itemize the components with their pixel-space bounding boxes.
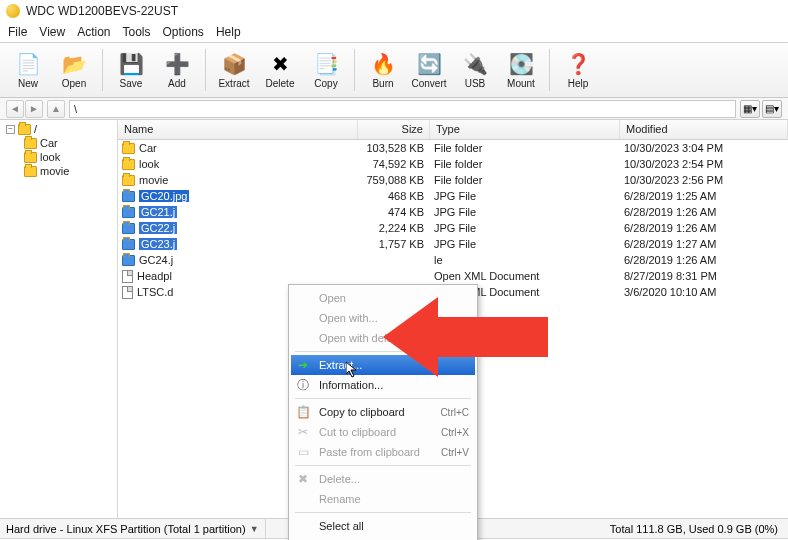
partition-selector[interactable]: Hard drive - Linux XFS Partition (Total … (0, 519, 266, 538)
delete-icon: ✖ (268, 52, 292, 76)
table-row[interactable]: GC22.j2,224 KBJPG File6/28/2019 1:26 AM (118, 220, 788, 236)
col-type[interactable]: Type (430, 120, 620, 139)
ctx-invert-selection[interactable]: Invert selection (291, 536, 475, 540)
titlebar: WDC WD1200BEVS-22UST (0, 0, 788, 22)
col-modified[interactable]: Modified (620, 120, 788, 139)
ctx-extract[interactable]: ➔Extract... (291, 355, 475, 375)
extract-icon: ➔ (295, 358, 311, 372)
toolbar-label: Extract (218, 78, 249, 89)
menu-help[interactable]: Help (216, 25, 241, 39)
table-row[interactable]: GC23.j1,757 KBJPG File6/28/2019 1:27 AM (118, 236, 788, 252)
file-size: 1,757 KB (358, 238, 430, 250)
ctx-open-with[interactable]: Open with... (291, 308, 475, 328)
file-modified: 6/28/2019 1:26 AM (620, 222, 788, 234)
ctx-open[interactable]: Open (291, 288, 475, 308)
delete-button[interactable]: ✖Delete (258, 45, 302, 95)
file-modified: 3/6/2020 10:10 AM (620, 286, 788, 298)
file-modified: 6/28/2019 1:25 AM (620, 190, 788, 202)
ctx-rename[interactable]: Rename (291, 489, 475, 509)
add-icon: ➕ (165, 52, 189, 76)
save-button[interactable]: 💾Save (109, 45, 153, 95)
tree-root[interactable]: − / (0, 122, 117, 136)
table-row[interactable]: HeadplOpen XML Document8/27/2019 8:31 PM (118, 268, 788, 284)
ctx-select-all[interactable]: Select all (291, 516, 475, 536)
capacity-label: Total 111.8 GB, Used 0.9 GB (0%) (600, 523, 788, 535)
copy-button[interactable]: 📑Copy (304, 45, 348, 95)
chevron-down-icon: ▼ (248, 524, 259, 534)
menu-options[interactable]: Options (163, 25, 204, 39)
open-button[interactable]: 📂Open (52, 45, 96, 95)
tree-item-look[interactable]: look (0, 150, 117, 164)
paste-icon: ▭ (295, 445, 311, 459)
view-option-button[interactable]: ▤▾ (762, 100, 782, 118)
convert-button[interactable]: 🔄Convert (407, 45, 451, 95)
ctx-delete[interactable]: ✖Delete... (291, 469, 475, 489)
menu-file[interactable]: File (8, 25, 27, 39)
file-list[interactable]: Name Size Type Modified Car103,528 KBFil… (118, 120, 788, 518)
table-row[interactable]: look74,592 KBFile folder10/30/2023 2:54 … (118, 156, 788, 172)
file-modified: 10/30/2023 3:04 PM (620, 142, 788, 154)
tree-item-movie[interactable]: movie (0, 164, 117, 178)
forward-button[interactable]: ► (25, 100, 43, 118)
help-icon: ❓ (566, 52, 590, 76)
file-type: JPG File (430, 222, 620, 234)
folder-icon (24, 138, 37, 149)
toolbar: 📄New📂Open💾Save➕Add📦Extract✖Delete📑Copy🔥B… (0, 42, 788, 98)
usb-button[interactable]: 🔌USB (453, 45, 497, 95)
window-title: WDC WD1200BEVS-22UST (26, 4, 178, 18)
view-style-button[interactable]: ▦▾ (740, 100, 760, 118)
table-row[interactable]: GC20.jpg468 KBJPG File6/28/2019 1:25 AM (118, 188, 788, 204)
folder-tree[interactable]: − / Carlookmovie (0, 120, 118, 518)
new-button[interactable]: 📄New (6, 45, 50, 95)
file-name: GC21.j (139, 206, 177, 218)
mount-button[interactable]: 💽Mount (499, 45, 543, 95)
ctx-cut[interactable]: ✂Cut to clipboardCtrl+X (291, 422, 475, 442)
menu-action[interactable]: Action (77, 25, 110, 39)
image-file-icon (122, 255, 135, 266)
up-button[interactable]: ▲ (47, 100, 65, 118)
file-name: look (139, 158, 159, 170)
tree-item-label: Car (40, 137, 58, 149)
image-file-icon (122, 191, 135, 202)
ctx-paste[interactable]: ▭Paste from clipboardCtrl+V (291, 442, 475, 462)
extract-button[interactable]: 📦Extract (212, 45, 256, 95)
toolbar-label: Add (168, 78, 186, 89)
burn-button[interactable]: 🔥Burn (361, 45, 405, 95)
tree-item-car[interactable]: Car (0, 136, 117, 150)
info-icon: ⓘ (295, 377, 311, 394)
mount-icon: 💽 (509, 52, 533, 76)
image-file-icon (122, 223, 135, 234)
folder-icon (24, 166, 37, 177)
menu-view[interactable]: View (39, 25, 65, 39)
menu-tools[interactable]: Tools (123, 25, 151, 39)
file-modified: 6/28/2019 1:26 AM (620, 254, 788, 266)
back-button[interactable]: ◄ (6, 100, 24, 118)
path-input[interactable] (69, 100, 736, 118)
table-row[interactable]: GC21.j474 KBJPG File6/28/2019 1:26 AM (118, 204, 788, 220)
add-button[interactable]: ➕Add (155, 45, 199, 95)
ctx-copy[interactable]: 📋Copy to clipboardCtrl+C (291, 402, 475, 422)
help-button[interactable]: ❓Help (556, 45, 600, 95)
table-row[interactable]: GC24.jle6/28/2019 1:26 AM (118, 252, 788, 268)
toolbar-label: USB (465, 78, 486, 89)
tree-item-label: movie (40, 165, 69, 177)
list-header[interactable]: Name Size Type Modified (118, 120, 788, 140)
ctx-open-default[interactable]: Open with default viewer (291, 328, 475, 348)
collapse-icon[interactable]: − (6, 125, 15, 134)
image-file-icon (122, 239, 135, 250)
folder-icon (18, 124, 31, 135)
context-menu: Open Open with... Open with default view… (288, 284, 478, 540)
burn-icon: 🔥 (371, 52, 395, 76)
folder-icon (122, 159, 135, 170)
table-row[interactable]: Car103,528 KBFile folder10/30/2023 3:04 … (118, 140, 788, 156)
usb-icon: 🔌 (463, 52, 487, 76)
app-logo-icon (6, 4, 20, 18)
copy-icon: 📑 (314, 52, 338, 76)
ctx-information[interactable]: ⓘInformation... (291, 375, 475, 395)
file-type: JPG File (430, 190, 620, 202)
file-modified: 8/27/2019 8:31 PM (620, 270, 788, 282)
col-name[interactable]: Name (118, 120, 358, 139)
col-size[interactable]: Size (358, 120, 430, 139)
table-row[interactable]: movie759,088 KBFile folder10/30/2023 2:5… (118, 172, 788, 188)
file-type: JPG File (430, 206, 620, 218)
